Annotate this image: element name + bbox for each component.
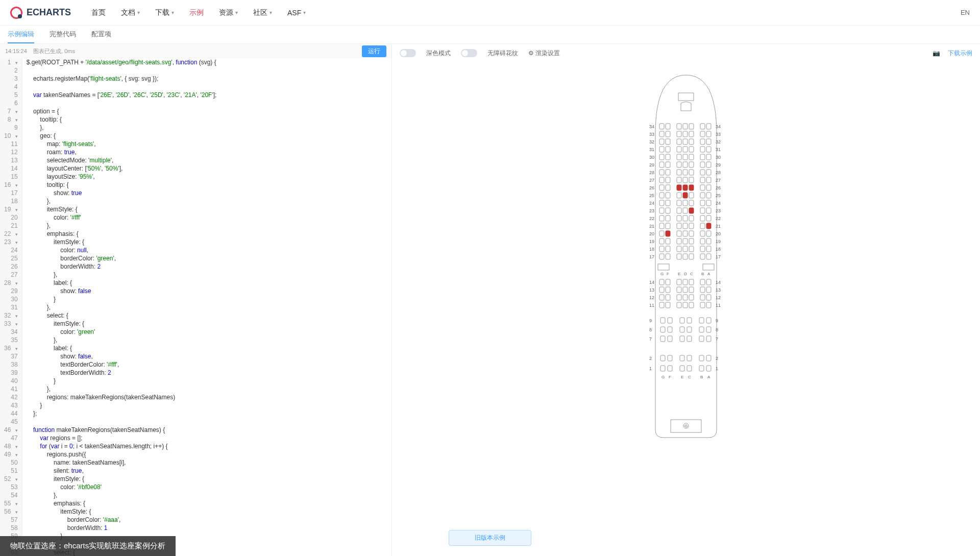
seat-34C[interactable]: [689, 124, 694, 129]
seat-27D[interactable]: [683, 177, 688, 183]
download-button[interactable]: 下载示例: [948, 49, 972, 58]
seat-22C[interactable]: [689, 215, 694, 221]
seat-29F[interactable]: [666, 162, 670, 167]
logo[interactable]: ECHARTS: [10, 7, 71, 19]
seat-24A[interactable]: [706, 200, 711, 206]
legacy-example-button[interactable]: 旧版本示例: [449, 530, 531, 546]
seat-28G[interactable]: [659, 170, 664, 175]
seat-12B[interactable]: [700, 295, 705, 300]
seat-25B[interactable]: [700, 192, 705, 198]
seat-25C[interactable]: [689, 192, 694, 198]
seat-17B[interactable]: [700, 254, 705, 259]
seat-26A[interactable]: [706, 185, 711, 190]
seat-8B[interactable]: [699, 327, 704, 332]
seat-7F[interactable]: [668, 336, 672, 342]
seat-7G[interactable]: [660, 336, 665, 342]
seat-33D[interactable]: [683, 131, 688, 137]
seat-18A[interactable]: [706, 246, 711, 252]
seat-25A[interactable]: [706, 192, 711, 198]
seat-33A[interactable]: [706, 131, 711, 137]
seat-29A[interactable]: [706, 162, 711, 167]
code-editor[interactable]: 1 ▾234567 ▾8 ▾910 ▾111213141516 ▾171819 …: [0, 58, 391, 556]
seat-11D[interactable]: [683, 302, 688, 308]
seat-23A[interactable]: [706, 208, 711, 213]
seat-7B[interactable]: [699, 336, 704, 342]
seat-13F[interactable]: [666, 287, 670, 293]
nav-item-资源[interactable]: 资源▾: [219, 8, 238, 17]
seat-28B[interactable]: [700, 170, 705, 175]
seat-24E[interactable]: [677, 200, 681, 206]
seat-20E[interactable]: [677, 231, 681, 236]
seat-19B[interactable]: [700, 238, 705, 244]
seat-23C[interactable]: [689, 208, 694, 213]
seat-29G[interactable]: [659, 162, 664, 167]
seat-1A[interactable]: [706, 366, 711, 371]
seat-2B[interactable]: [699, 355, 704, 361]
seat-26E[interactable]: [677, 185, 681, 190]
seat-32E[interactable]: [677, 139, 681, 144]
seat-22D[interactable]: [683, 215, 688, 221]
seat-25E[interactable]: [677, 192, 681, 198]
seat-20D[interactable]: [683, 231, 688, 236]
seat-32C[interactable]: [689, 139, 694, 144]
seat-12F[interactable]: [666, 295, 670, 300]
seat-30F[interactable]: [666, 154, 670, 160]
seat-21B[interactable]: [700, 223, 705, 229]
seat-25D[interactable]: [683, 192, 688, 198]
seat-34E[interactable]: [677, 124, 681, 129]
seat-28A[interactable]: [706, 170, 711, 175]
seat-32D[interactable]: [683, 139, 688, 144]
nav-item-首页[interactable]: 首页: [91, 8, 106, 17]
seat-18G[interactable]: [659, 246, 664, 252]
seat-9C[interactable]: [687, 318, 692, 323]
seat-31C[interactable]: [689, 147, 694, 152]
seat-25G[interactable]: [659, 192, 664, 198]
nav-item-文档[interactable]: 文档▾: [121, 8, 140, 17]
seat-21A[interactable]: [706, 223, 711, 229]
seat-31E[interactable]: [677, 147, 681, 152]
seat-30E[interactable]: [677, 154, 681, 160]
seat-30B[interactable]: [700, 154, 705, 160]
seat-26C[interactable]: [689, 185, 694, 190]
seat-31D[interactable]: [683, 147, 688, 152]
seat-8C[interactable]: [687, 327, 692, 332]
seat-8F[interactable]: [668, 327, 672, 332]
seat-32G[interactable]: [659, 139, 664, 144]
seat-1F[interactable]: [668, 366, 672, 371]
nav-item-社区[interactable]: 社区▾: [253, 8, 272, 17]
seat-24F[interactable]: [666, 200, 670, 206]
seat-13D[interactable]: [683, 287, 688, 293]
seat-14A[interactable]: [706, 279, 711, 285]
seat-31A[interactable]: [706, 147, 711, 152]
seat-12D[interactable]: [683, 295, 688, 300]
seat-30C[interactable]: [689, 154, 694, 160]
seat-9A[interactable]: [706, 318, 711, 323]
seat-28D[interactable]: [683, 170, 688, 175]
seat-27A[interactable]: [706, 177, 711, 183]
seat-7A[interactable]: [706, 336, 711, 342]
seat-33E[interactable]: [677, 131, 681, 137]
seat-29C[interactable]: [689, 162, 694, 167]
code-content[interactable]: $.get(ROOT_PATH + '/data/asset/geo/fligh…: [22, 58, 391, 556]
seat-23D[interactable]: [683, 208, 688, 213]
nav-item-ASF[interactable]: ASF▾: [287, 8, 306, 17]
seat-1B[interactable]: [699, 366, 704, 371]
nav-item-示例[interactable]: 示例: [189, 8, 204, 17]
seat-33C[interactable]: [689, 131, 694, 137]
seat-25F[interactable]: [666, 192, 670, 198]
seat-18D[interactable]: [683, 246, 688, 252]
seat-19F[interactable]: [666, 238, 670, 244]
seat-1C[interactable]: [687, 366, 692, 371]
seat-31G[interactable]: [659, 147, 664, 152]
seat-1G[interactable]: [660, 366, 665, 371]
seat-23F[interactable]: [666, 208, 670, 213]
seat-11B[interactable]: [700, 302, 705, 308]
seat-32B[interactable]: [700, 139, 705, 144]
seat-24G[interactable]: [659, 200, 664, 206]
seat-26F[interactable]: [666, 185, 670, 190]
seat-34F[interactable]: [666, 124, 670, 129]
dark-mode-toggle[interactable]: [400, 49, 416, 57]
seat-13B[interactable]: [700, 287, 705, 293]
seat-24C[interactable]: [689, 200, 694, 206]
seat-33G[interactable]: [659, 131, 664, 137]
